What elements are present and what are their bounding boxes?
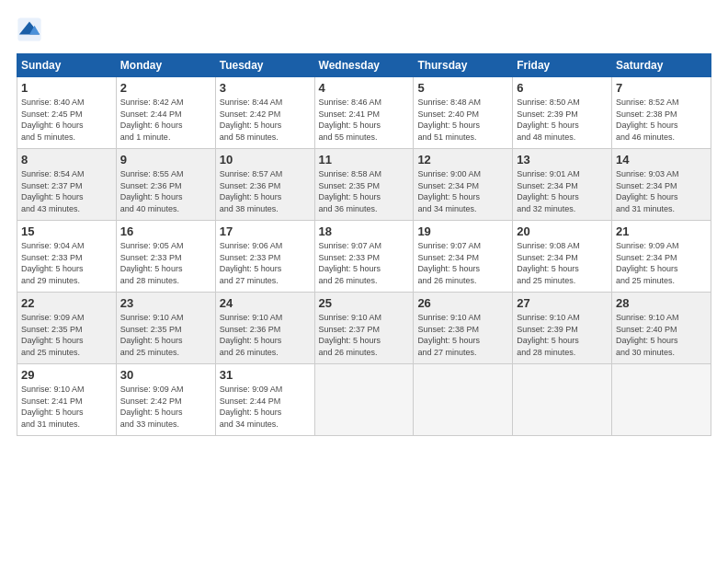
calendar-table: SundayMondayTuesdayWednesdayThursdayFrid…	[17, 53, 711, 436]
day-number: 19	[417, 224, 508, 238]
day-number: 18	[319, 224, 410, 238]
day-number: 10	[220, 153, 311, 167]
calendar-day-cell: 28Sunrise: 9:10 AM Sunset: 2:40 PM Dayli…	[612, 293, 711, 364]
day-info: Sunrise: 8:55 AM Sunset: 2:36 PM Dayligh…	[120, 168, 211, 214]
calendar-day-cell: 12Sunrise: 9:00 AM Sunset: 2:34 PM Dayli…	[414, 149, 513, 221]
column-header-saturday: Saturday	[612, 54, 711, 77]
day-info: Sunrise: 9:07 AM Sunset: 2:34 PM Dayligh…	[417, 240, 508, 286]
day-info: Sunrise: 9:10 AM Sunset: 2:36 PM Dayligh…	[220, 312, 311, 358]
day-info: Sunrise: 9:03 AM Sunset: 2:34 PM Dayligh…	[616, 168, 707, 214]
calendar-day-cell: 1Sunrise: 8:40 AM Sunset: 2:45 PM Daylig…	[17, 77, 117, 149]
calendar-day-cell: 15Sunrise: 9:04 AM Sunset: 2:33 PM Dayli…	[17, 221, 117, 293]
day-number: 7	[616, 81, 707, 95]
day-number: 26	[417, 296, 508, 310]
day-info: Sunrise: 9:09 AM Sunset: 2:42 PM Dayligh…	[120, 384, 211, 430]
calendar-day-cell: 21Sunrise: 9:09 AM Sunset: 2:34 PM Dayli…	[612, 221, 711, 293]
calendar-day-cell: 22Sunrise: 9:09 AM Sunset: 2:35 PM Dayli…	[17, 293, 117, 364]
day-info: Sunrise: 8:44 AM Sunset: 2:42 PM Dayligh…	[220, 97, 311, 143]
day-info: Sunrise: 8:52 AM Sunset: 2:38 PM Dayligh…	[616, 97, 707, 143]
day-number: 6	[517, 81, 608, 95]
calendar-day-cell: 5Sunrise: 8:48 AM Sunset: 2:40 PM Daylig…	[414, 77, 513, 149]
day-number: 24	[220, 296, 311, 310]
calendar-day-cell	[314, 364, 414, 436]
calendar-day-cell: 18Sunrise: 9:07 AM Sunset: 2:33 PM Dayli…	[314, 221, 414, 293]
day-info: Sunrise: 8:57 AM Sunset: 2:36 PM Dayligh…	[220, 168, 311, 214]
day-info: Sunrise: 9:08 AM Sunset: 2:34 PM Dayligh…	[517, 240, 608, 286]
day-info: Sunrise: 8:42 AM Sunset: 2:44 PM Dayligh…	[120, 97, 211, 143]
calendar-day-cell: 9Sunrise: 8:55 AM Sunset: 2:36 PM Daylig…	[116, 149, 215, 221]
column-header-monday: Monday	[116, 54, 215, 77]
calendar-week-row: 22Sunrise: 9:09 AM Sunset: 2:35 PM Dayli…	[17, 293, 711, 364]
column-header-tuesday: Tuesday	[215, 54, 314, 77]
day-number: 22	[21, 296, 112, 310]
day-info: Sunrise: 8:58 AM Sunset: 2:35 PM Dayligh…	[319, 168, 410, 214]
calendar-day-cell: 14Sunrise: 9:03 AM Sunset: 2:34 PM Dayli…	[612, 149, 711, 221]
day-number: 31	[220, 368, 311, 382]
calendar-day-cell: 30Sunrise: 9:09 AM Sunset: 2:42 PM Dayli…	[116, 364, 215, 436]
calendar-container: SundayMondayTuesdayWednesdayThursdayFrid…	[0, 0, 728, 445]
day-number: 13	[517, 153, 608, 167]
day-info: Sunrise: 9:10 AM Sunset: 2:38 PM Dayligh…	[417, 312, 508, 358]
day-info: Sunrise: 9:09 AM Sunset: 2:34 PM Dayligh…	[616, 240, 707, 286]
day-info: Sunrise: 9:10 AM Sunset: 2:41 PM Dayligh…	[21, 384, 112, 430]
calendar-day-cell: 24Sunrise: 9:10 AM Sunset: 2:36 PM Dayli…	[215, 293, 314, 364]
calendar-header-row: SundayMondayTuesdayWednesdayThursdayFrid…	[17, 54, 711, 77]
calendar-day-cell: 26Sunrise: 9:10 AM Sunset: 2:38 PM Dayli…	[414, 293, 513, 364]
calendar-day-cell: 3Sunrise: 8:44 AM Sunset: 2:42 PM Daylig…	[215, 77, 314, 149]
day-info: Sunrise: 8:54 AM Sunset: 2:37 PM Dayligh…	[21, 168, 112, 214]
calendar-week-row: 15Sunrise: 9:04 AM Sunset: 2:33 PM Dayli…	[17, 221, 711, 293]
day-info: Sunrise: 9:09 AM Sunset: 2:35 PM Dayligh…	[21, 312, 112, 358]
day-number: 27	[517, 296, 608, 310]
header	[17, 17, 711, 42]
calendar-day-cell: 17Sunrise: 9:06 AM Sunset: 2:33 PM Dayli…	[215, 221, 314, 293]
day-info: Sunrise: 8:50 AM Sunset: 2:39 PM Dayligh…	[517, 97, 608, 143]
day-info: Sunrise: 9:05 AM Sunset: 2:33 PM Dayligh…	[120, 240, 211, 286]
day-number: 16	[120, 224, 211, 238]
day-number: 1	[21, 81, 112, 95]
day-info: Sunrise: 9:09 AM Sunset: 2:44 PM Dayligh…	[220, 384, 311, 430]
column-header-thursday: Thursday	[414, 54, 513, 77]
day-number: 23	[120, 296, 211, 310]
calendar-day-cell: 20Sunrise: 9:08 AM Sunset: 2:34 PM Dayli…	[513, 221, 612, 293]
day-number: 30	[120, 368, 211, 382]
day-info: Sunrise: 9:01 AM Sunset: 2:34 PM Dayligh…	[517, 168, 608, 214]
column-header-sunday: Sunday	[17, 54, 117, 77]
day-number: 15	[21, 224, 112, 238]
calendar-day-cell: 6Sunrise: 8:50 AM Sunset: 2:39 PM Daylig…	[513, 77, 612, 149]
calendar-day-cell: 25Sunrise: 9:10 AM Sunset: 2:37 PM Dayli…	[314, 293, 414, 364]
day-number: 12	[417, 153, 508, 167]
day-number: 5	[417, 81, 508, 95]
logo-icon	[17, 17, 42, 42]
calendar-day-cell	[414, 364, 513, 436]
calendar-day-cell: 19Sunrise: 9:07 AM Sunset: 2:34 PM Dayli…	[414, 221, 513, 293]
day-info: Sunrise: 9:00 AM Sunset: 2:34 PM Dayligh…	[417, 168, 508, 214]
day-number: 25	[319, 296, 410, 310]
calendar-day-cell: 29Sunrise: 9:10 AM Sunset: 2:41 PM Dayli…	[17, 364, 117, 436]
calendar-day-cell: 2Sunrise: 8:42 AM Sunset: 2:44 PM Daylig…	[116, 77, 215, 149]
day-number: 21	[616, 224, 707, 238]
calendar-day-cell: 11Sunrise: 8:58 AM Sunset: 2:35 PM Dayli…	[314, 149, 414, 221]
logo	[17, 17, 46, 42]
day-number: 17	[220, 224, 311, 238]
day-info: Sunrise: 9:10 AM Sunset: 2:39 PM Dayligh…	[517, 312, 608, 358]
day-info: Sunrise: 9:10 AM Sunset: 2:37 PM Dayligh…	[319, 312, 410, 358]
day-number: 14	[616, 153, 707, 167]
calendar-day-cell: 23Sunrise: 9:10 AM Sunset: 2:35 PM Dayli…	[116, 293, 215, 364]
day-info: Sunrise: 9:07 AM Sunset: 2:33 PM Dayligh…	[319, 240, 410, 286]
day-number: 11	[319, 153, 410, 167]
calendar-day-cell: 7Sunrise: 8:52 AM Sunset: 2:38 PM Daylig…	[612, 77, 711, 149]
calendar-week-row: 29Sunrise: 9:10 AM Sunset: 2:41 PM Dayli…	[17, 364, 711, 436]
day-info: Sunrise: 8:46 AM Sunset: 2:41 PM Dayligh…	[319, 97, 410, 143]
calendar-day-cell: 27Sunrise: 9:10 AM Sunset: 2:39 PM Dayli…	[513, 293, 612, 364]
calendar-day-cell	[513, 364, 612, 436]
day-number: 29	[21, 368, 112, 382]
column-header-wednesday: Wednesday	[314, 54, 414, 77]
calendar-day-cell: 8Sunrise: 8:54 AM Sunset: 2:37 PM Daylig…	[17, 149, 117, 221]
calendar-day-cell: 31Sunrise: 9:09 AM Sunset: 2:44 PM Dayli…	[215, 364, 314, 436]
day-info: Sunrise: 9:10 AM Sunset: 2:35 PM Dayligh…	[120, 312, 211, 358]
calendar-day-cell	[612, 364, 711, 436]
day-number: 4	[319, 81, 410, 95]
day-info: Sunrise: 8:48 AM Sunset: 2:40 PM Dayligh…	[417, 97, 508, 143]
day-info: Sunrise: 9:04 AM Sunset: 2:33 PM Dayligh…	[21, 240, 112, 286]
calendar-day-cell: 16Sunrise: 9:05 AM Sunset: 2:33 PM Dayli…	[116, 221, 215, 293]
